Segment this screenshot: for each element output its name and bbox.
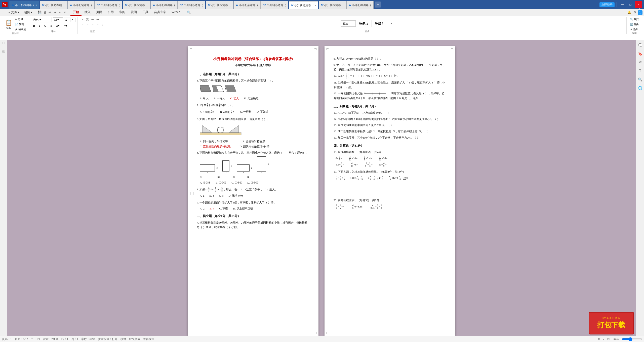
format-icon[interactable]: ✦ xyxy=(58,10,62,15)
ribbon-tab-reference[interactable]: 引用 xyxy=(105,9,116,16)
sidebar-toggle[interactable]: ⋮⋮ xyxy=(1,41,6,44)
corner-bl-2 xyxy=(327,332,329,334)
status-compat: 兼容模式 xyxy=(143,337,154,341)
question-12: 12. 一幅地图的比例尺是 0 60 120 180km ，将它改写成数值比例尺… xyxy=(334,91,446,100)
new-tab-button[interactable]: + xyxy=(375,2,381,8)
number-list-button[interactable]: ⑴ xyxy=(85,17,90,22)
style-more-button[interactable]: ▾ xyxy=(389,21,393,26)
ribbon-tab-start[interactable]: 开始 xyxy=(70,9,82,16)
share-icon[interactable]: ↑ 分享 xyxy=(638,10,642,15)
doc-tab-13[interactable]: W 小升初检测卷（ xyxy=(346,1,374,9)
doc-tab-3[interactable]: W 小升初笔考题（ xyxy=(67,1,95,9)
strikethrough-button[interactable]: S xyxy=(49,23,54,28)
replace-button[interactable]: 🔄 替换 xyxy=(629,22,640,27)
color-button[interactable]: A▾ xyxy=(55,23,61,28)
font-size-increase[interactable]: A+ xyxy=(64,18,70,22)
doc-tab-7[interactable]: W 小升初必考题（ xyxy=(178,1,205,9)
tab-close-1[interactable]: × xyxy=(35,4,37,7)
bold-button[interactable]: B xyxy=(32,23,37,28)
save-icon[interactable]: 💾 xyxy=(37,10,42,15)
font-family-select[interactable]: 宋体 ▾ xyxy=(32,17,52,22)
line-spacing-button[interactable]: ↕ xyxy=(100,22,105,27)
print-icon[interactable]: 🖨 xyxy=(43,10,47,15)
view-grid-icon[interactable]: ⊡ xyxy=(607,337,610,341)
comment-icon[interactable]: 💬 xyxy=(637,42,643,48)
drag-handle[interactable]: ⋮⋮ xyxy=(189,191,195,196)
style-heading2[interactable]: 标题 2 xyxy=(373,20,388,27)
zoom-slider[interactable] xyxy=(622,337,642,341)
search-icon[interactable]: 🔍 xyxy=(186,10,191,15)
undo-icon[interactable]: ↩ xyxy=(48,10,52,15)
doc-tab-11[interactable]: W 小升初检测卷（ × xyxy=(289,1,318,9)
translate-icon[interactable]: 🌐 xyxy=(637,85,643,91)
minimize-button[interactable]: ─ xyxy=(619,1,626,8)
align-justify-button[interactable]: ≡ xyxy=(95,22,100,27)
search-sidebar-icon[interactable]: 🔍 xyxy=(637,76,643,82)
font-size-decrease[interactable]: A- xyxy=(70,18,76,22)
italic-button[interactable]: I xyxy=(38,23,42,28)
align-left-button[interactable]: ≡ xyxy=(80,22,85,27)
ribbon-tab-insert[interactable]: 插入 xyxy=(82,9,93,16)
doc-tab-5[interactable]: W 小升初检测卷（ xyxy=(123,1,150,9)
align-center-button[interactable]: ≡ xyxy=(85,22,90,27)
highlight-button[interactable]: ✏▾ xyxy=(62,23,69,28)
more-icon[interactable]: ▾ xyxy=(63,10,67,15)
ribbon-tab-page[interactable]: 页面 xyxy=(94,9,105,16)
maximize-button[interactable]: □ xyxy=(627,1,634,8)
tab-close-11[interactable]: × xyxy=(315,4,316,7)
indent-increase-button[interactable]: ⇥ xyxy=(95,17,100,22)
doc-tab-8[interactable]: W 小升初检测卷（ xyxy=(206,1,233,9)
style-heading1[interactable]: 标题 1 xyxy=(357,20,372,27)
q4-labels: ①②③④ xyxy=(200,175,309,180)
download-banner[interactable]: S中·必·总·目·套·合 打包下载 xyxy=(589,312,634,334)
type-icon[interactable]: T xyxy=(637,68,643,74)
doc-tab-9[interactable]: W 小升初必考题（ xyxy=(233,1,261,9)
ribbon-tab-view[interactable]: 视图 xyxy=(128,9,139,16)
login-button[interactable]: 立即登录 xyxy=(599,2,615,7)
doc-tab-12[interactable]: W 小升初检测卷（ xyxy=(319,1,346,9)
bullet-list-button[interactable]: ≡ xyxy=(80,17,85,22)
ribbon-group-style: 正文 标题 1 标题 2 ▾ 样式 xyxy=(108,17,626,34)
view-mode-icon[interactable]: ⊞ xyxy=(597,337,600,341)
ribbon-tab-vip[interactable]: 会员专享 xyxy=(151,9,169,16)
ribbon-tab-tools[interactable]: 工具 xyxy=(140,9,151,16)
doc-tab-10[interactable]: W 小升初必考题（ xyxy=(261,1,288,9)
format-painter-button[interactable]: 🖌 格式刷 xyxy=(14,27,27,32)
copy-button[interactable]: 📄 复制 xyxy=(14,22,27,27)
font-size-select[interactable]: 12 ▾ xyxy=(53,17,63,22)
download-content: S中·必·总·目·套·合 打包下载 xyxy=(597,317,625,330)
status-page-count: 页面：1/17 xyxy=(15,337,28,341)
eye-icon[interactable]: 👁 xyxy=(637,59,643,65)
underline-button[interactable]: U xyxy=(43,23,48,28)
menu-file[interactable]: ≡ 文件 ▾ xyxy=(7,9,21,16)
settings-icon[interactable]: ⚙ xyxy=(632,10,637,15)
view-list-icon[interactable]: ≡ xyxy=(603,338,604,341)
doc-tab-4[interactable]: W 小升初必考题（ xyxy=(95,1,122,9)
find-button[interactable]: 🔍 查找 xyxy=(629,17,640,22)
style-normal[interactable]: 正文 xyxy=(341,20,356,27)
title-bar: W W 小升初检测卷（ × W 小升初必考题（ W 小升初笔考题（ W 小升初必… xyxy=(0,0,644,9)
paste-button[interactable]: 📋 粘贴 xyxy=(4,19,13,30)
doc-tab-2[interactable]: W 小升初必考题（ xyxy=(40,1,67,9)
cut-button[interactable]: ✂ 剪切 xyxy=(14,17,27,22)
select-button[interactable]: ✦ 选择 xyxy=(629,27,640,32)
ribbon-tab-review[interactable]: 审阅 xyxy=(117,9,128,16)
ribbon-tab-wpsai[interactable]: WPS AI xyxy=(169,9,184,16)
question-10: 10. 0.75=（ ）（ ）=（ ）÷（ ）=9∶（ ）=（ ）%=（ ）折。 xyxy=(334,73,446,79)
menu-icon[interactable]: ☰ xyxy=(2,10,6,15)
align-right-button[interactable]: ≡ xyxy=(90,22,95,27)
cut-copy-btns: ✂ 剪切 📄 复制 🖌 格式刷 xyxy=(14,17,27,32)
menu-edit[interactable]: 编辑 ▾ xyxy=(22,9,34,16)
doc-tab-6[interactable]: W 小升初检测卷（ xyxy=(150,1,178,9)
q18-row2: 1.5÷32= 425÷8= 109÷23= 16÷49= xyxy=(336,162,446,167)
redo-icon[interactable]: ↪ xyxy=(53,10,57,15)
bookmark-icon[interactable]: 🔖 xyxy=(637,51,643,57)
doc-tab-1[interactable]: W 小升初检测卷（ × xyxy=(10,1,39,9)
notification-icon[interactable]: 🔔 xyxy=(627,10,631,15)
font-selectors: 宋体 ▾ 12 ▾ A+ A- xyxy=(32,17,76,22)
svg-text:180km: 180km xyxy=(383,92,386,92)
corner-tr xyxy=(314,48,316,50)
status-page: 页码：1 xyxy=(2,337,12,341)
font-size-btns: A+ A- xyxy=(64,18,76,22)
indent-decrease-button[interactable]: ⇤ xyxy=(90,17,95,22)
